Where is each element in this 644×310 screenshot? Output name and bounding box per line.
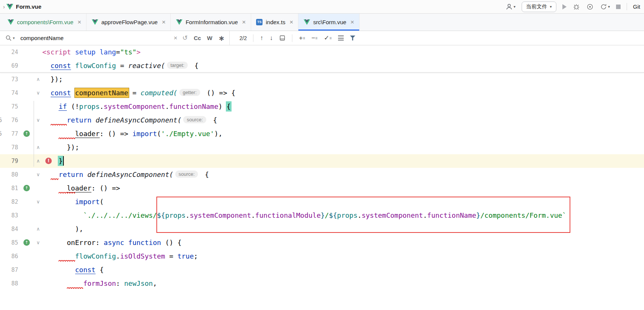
fold-marker-icon[interactable]: ∧ (35, 141, 42, 154)
code-line-76[interactable]: 76∨return defineAsyncComponent(source: { (0, 113, 644, 127)
fold-marker-icon[interactable]: ∨ (35, 86, 42, 100)
nav-chevron-icon[interactable]: › (3, 3, 5, 10)
code-line-78[interactable]: 78∧}); (0, 141, 644, 154)
code-text[interactable]: onError: async function () { (42, 236, 644, 250)
code-text[interactable]: if (!props.systemComponent.functionName)… (42, 100, 644, 113)
fold-marker-icon[interactable]: ∨ (35, 113, 42, 127)
code-text[interactable]: const flowConfig = reactive(target: { (42, 59, 644, 73)
code-line-73[interactable]: 73∧}); (0, 73, 644, 86)
line-number[interactable]: 88 (0, 277, 18, 290)
git-widget[interactable]: Git (633, 3, 640, 10)
next-match-button[interactable]: ↓ (270, 34, 273, 42)
filter-results-button[interactable] (350, 36, 355, 40)
code-line-69[interactable]: 69const flowConfig = reactive(target: { (0, 59, 644, 73)
tab-forminformation-vue[interactable]: FormInformation.vue× (171, 14, 251, 31)
code-text[interactable]: loader: () => (42, 181, 644, 195)
code-line-83[interactable]: 83`./../../../views/${props.systemCompon… (0, 209, 644, 222)
code-line-87[interactable]: 87const { (0, 263, 644, 277)
code-line-79[interactable]: 79∧!} (0, 154, 644, 168)
code-line-77[interactable]: 77↑loader: () => import('./Empty.vue'), (0, 127, 644, 141)
profiler-button[interactable]: ▾ (600, 3, 610, 11)
line-number[interactable]: 87 (0, 263, 18, 277)
code-text[interactable]: flowConfig.isOldSystem = true; (42, 250, 644, 263)
regex-toggle[interactable]: ∗ (218, 34, 225, 43)
search-history-chevron-icon[interactable]: ▾ (13, 36, 15, 40)
code-line-85[interactable]: 85↑∨onError: async function () { (0, 236, 644, 250)
code-line-80[interactable]: 80∨return defineAsyncComponent(source: { (0, 168, 644, 181)
line-number[interactable]: 24 (0, 45, 18, 59)
tab-close-icon[interactable]: × (77, 19, 81, 26)
code-text[interactable]: } (42, 154, 644, 168)
search-options-button[interactable] (338, 36, 344, 40)
line-number[interactable]: 74 (0, 86, 18, 100)
match-case-toggle[interactable]: Cc (194, 35, 201, 41)
line-number[interactable]: 78 (0, 141, 18, 154)
code-text[interactable]: `./../../../views/${props.systemComponen… (42, 209, 644, 222)
editor[interactable]: 24<script setup lang="ts">69const flowCo… (0, 45, 644, 310)
add-occurrence-button[interactable]: +II (299, 34, 305, 42)
fold-marker-icon[interactable]: ∧ (35, 222, 42, 236)
remove-occurrence-button[interactable]: −II (311, 34, 317, 42)
line-number[interactable]: 79 (0, 154, 18, 168)
new-search-icon[interactable]: ↺ (182, 34, 188, 42)
code-text[interactable]: return defineAsyncComponent(source: { (42, 168, 644, 181)
code-text[interactable]: loader: () => import('./Empty.vue'), (42, 127, 644, 141)
run-config-selector[interactable]: 当前文件 ▾ (522, 2, 556, 12)
line-number[interactable]: 69 (0, 59, 18, 73)
search-icon[interactable] (5, 35, 12, 41)
coverage-button[interactable] (586, 3, 594, 11)
line-number[interactable]: 84 (0, 222, 18, 236)
tab-close-icon[interactable]: × (162, 19, 165, 26)
fold-marker-icon[interactable]: ∧ (35, 154, 42, 168)
gutter-implement-icon[interactable]: ↑ (23, 239, 30, 246)
line-number[interactable]: 75 (0, 100, 18, 113)
user-account-button[interactable]: ▾ (505, 3, 516, 11)
code-text[interactable]: return defineAsyncComponent(source: { (42, 113, 644, 127)
line-number[interactable]: 86 (0, 250, 18, 263)
line-number[interactable]: 76 (0, 113, 18, 127)
line-number[interactable]: 83 (0, 209, 18, 222)
search-query[interactable]: componentName (20, 35, 63, 41)
tab-close-icon[interactable]: × (289, 19, 293, 26)
tab-src-form-vue[interactable]: src\Form.vue× (298, 14, 359, 31)
line-number[interactable]: 80 (0, 168, 18, 181)
open-in-find-window-button[interactable] (279, 35, 286, 41)
gutter-implement-icon[interactable]: ↑ (23, 130, 30, 137)
code-text[interactable]: }); (42, 141, 644, 154)
fold-marker-icon[interactable]: ∧ (35, 73, 42, 86)
code-line-86[interactable]: 86flowConfig.isOldSystem = true; (0, 250, 644, 263)
code-text[interactable]: ), (42, 222, 644, 236)
code-text[interactable]: }); (42, 73, 644, 86)
code-text[interactable]: const componentName = computed(getter: (… (42, 86, 644, 100)
code-line-84[interactable]: 84∧), (0, 222, 644, 236)
code-text[interactable]: formJson: newJson, (42, 277, 644, 290)
code-line-82[interactable]: 82∨import( (0, 195, 644, 209)
fold-marker-icon[interactable]: ∨ (35, 168, 42, 181)
tab-components-form-vue[interactable]: components\Form.vue× (2, 14, 86, 31)
code-line-24[interactable]: 24<script setup lang="ts"> (0, 45, 644, 59)
line-number[interactable]: 85 (0, 236, 18, 250)
tab-close-icon[interactable]: × (351, 19, 354, 26)
error-icon[interactable]: ! (45, 158, 52, 164)
line-number[interactable]: 82 (0, 195, 18, 209)
line-number[interactable]: 77 (0, 127, 18, 141)
code-line-75[interactable]: 75if (!props.systemComponent.functionNam… (0, 100, 644, 113)
debug-button[interactable] (573, 3, 580, 11)
tab-approveflowpage-vue[interactable]: approveFlowPage.vue× (86, 14, 171, 31)
tab-index-ts[interactable]: TSindex.ts× (251, 14, 299, 31)
code-text[interactable]: import( (42, 195, 644, 209)
code-line-81[interactable]: 81↑loader: () => (0, 181, 644, 195)
stop-button[interactable] (616, 5, 621, 9)
line-number[interactable]: 81 (0, 181, 18, 195)
tab-close-icon[interactable]: × (242, 19, 246, 26)
select-all-occurrences-button[interactable]: ✓II (324, 34, 331, 42)
code-line-88[interactable]: 88formJson: newJson, (0, 277, 644, 290)
fold-marker-icon[interactable]: ∨ (35, 195, 42, 209)
fold-marker-icon[interactable]: ∨ (35, 236, 42, 250)
run-button[interactable] (562, 4, 567, 9)
search-field[interactable]: ▾ componentName × ↺ Cc W ∗ (0, 31, 230, 45)
previous-match-button[interactable]: ↑ (260, 34, 263, 42)
whole-words-toggle[interactable]: W (207, 35, 212, 41)
code-line-74[interactable]: 74∨const componentName = computed(getter… (0, 86, 644, 100)
code-text[interactable]: const { (42, 263, 644, 277)
